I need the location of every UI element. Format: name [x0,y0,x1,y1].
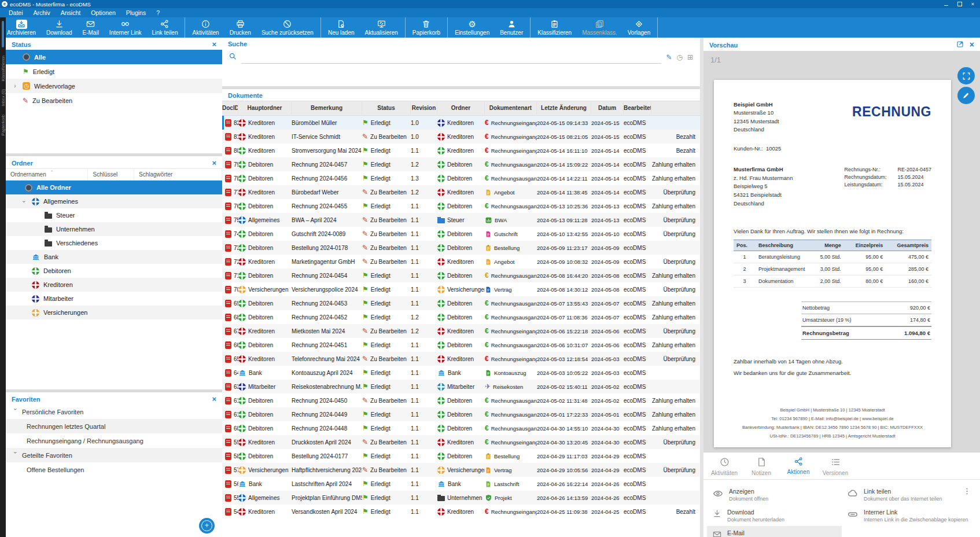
folder-item-kreditoren[interactable]: Kreditoren [6,278,222,292]
table-row[interactable]: 75 Allgemeines BWA – April 2024 ✎Zu Bear… [222,213,700,227]
close-icon[interactable]: × [212,395,216,403]
folder-item-alle-ordner[interactable]: Alle Ordner [6,181,222,194]
toolbar-suche-zur-cksetzen-button[interactable]: Suche zurücksetzen [256,19,319,36]
toolbar-vorlagen-button[interactable]: Vorlagen [622,19,655,36]
col-bemerkung[interactable]: Bemerkung [292,102,362,115]
close-button[interactable]: × [971,2,974,7]
close-icon[interactable]: × [970,41,974,49]
folder-column-headers[interactable]: ›OrdnernamenSchlüsselSchlagwörter [6,168,222,181]
toolbar-aktivit-ten-button[interactable]: Aktivitäten [187,19,224,36]
col-status[interactable]: Status [362,102,411,115]
preview-tab-notizen[interactable]: Notizen [744,457,779,476]
folder-item-steuer[interactable]: Steuer [6,208,222,222]
preview-page-area[interactable]: 1/1 Beispiel GmbHMusterstraße 1012345 Mu… [703,51,980,453]
table-row[interactable]: 60 Debitoren Rechnung 2024-0448 ⚑Erledig… [222,421,700,435]
dock-tab-inbox-0[interactable]: Inbox (0) [1,89,6,106]
folder-item-unternehmen[interactable]: Unternehmen [6,222,222,236]
toolbar-einstellungen-button[interactable]: ⚙ Einstellungen [450,19,495,36]
menu-item-datei[interactable]: Datei [3,8,28,17]
toolbar-massenklass-button[interactable]: Massenklass. [577,19,622,36]
folder-col-schl-ssel[interactable]: Schlüssel [88,169,134,180]
annotate-button[interactable] [957,87,975,104]
table-row[interactable]: 81 Kreditoren IT-Service Schmidt ✎Zu Bea… [222,130,700,144]
toolbar-papierkorb-button[interactable]: Papierkorb [407,19,445,36]
table-row[interactable]: 55 Allgemeines Projektplan Einführung DM… [222,491,700,505]
maximize-button[interactable] [957,2,962,6]
edit-search-icon[interactable]: ✎ [666,53,672,61]
folder-item-bank[interactable]: Bank [6,250,222,264]
table-row[interactable]: 64 Bank Kontoauszug April 2024 ⚑Erledigt… [222,366,700,380]
table-row[interactable]: 76 Debitoren Rechnung 2024-0455 ⚑Erledig… [222,199,700,213]
toolbar-klassifizieren-button[interactable]: Klassifizieren [532,19,577,36]
table-row[interactable]: 65 Kreditoren Telefonrechnung Mai 2024 ✎… [222,352,700,366]
add-favorite-button[interactable]: + [199,518,215,534]
table-row[interactable]: 56 Bank Lastschriften April 2024 ⚑Erledi… [222,477,700,491]
favorite-rechnungen-letztes-quartal[interactable]: Rechnungen letztes Quartal [6,419,222,433]
menu-item-ansicht[interactable]: Ansicht [56,8,86,17]
table-row[interactable]: 77 Kreditoren Bürobedarf Weber ✎Zu Bearb… [222,185,700,199]
dock-tab-klassifizieren[interactable]: Klassifizieren [1,56,6,81]
table-row[interactable]: 54 Kreditoren Versandkosten April 2024 ⚑… [222,505,700,518]
close-icon[interactable]: × [212,41,216,48]
table-row[interactable]: 66 Debitoren Rechnung 2024-0451 ⚑Erledig… [222,338,700,352]
toolbar-benutzer-button[interactable]: Benutzer [495,19,528,36]
dock-tab-papierkorb[interactable]: Papierkorb [1,115,6,135]
table-row[interactable]: 78 Debitoren Rechnung 2024-0456 ⚑Erledig… [222,171,700,185]
toolbar-neu-laden-button[interactable]: Neu laden [323,19,360,36]
close-icon[interactable]: × [212,159,216,167]
favorite-rechnungseingang-rechnungsausgang[interactable]: Rechnungseingang / Rechnungsausgang [6,433,222,448]
favorite-offene-bestellungen[interactable]: Offene Bestellungen [6,462,222,477]
col-hauptordner[interactable]: Hauptordner [238,102,292,115]
folder-item-allgemeines[interactable]: › Allgemeines [6,194,222,208]
table-row[interactable]: 63 Mitarbeiter Reisekostenabrechnung M. … [222,380,700,393]
col-letzte-nderung[interactable]: Letzte Änderung [537,102,591,115]
table-row[interactable]: 68 Debitoren Rechnung 2024-0452 ⚑Erledig… [222,310,700,324]
col-ordner[interactable]: Ordner [437,102,485,115]
favorite-pers-nliche-favoriten[interactable]: › Persönliche Favoriten [6,404,222,419]
action-e-mail[interactable]: E-MailDokument per E-Mail versenden [707,526,842,537]
toolbar-e-mail-button[interactable]: E-Mail [78,19,104,36]
menu-item-optionen[interactable]: Optionen [86,8,121,17]
status-filter-alle[interactable]: Alle [6,50,222,64]
table-row[interactable]: 69 Debitoren Rechnung 2024-0453 ⚑Erledig… [222,296,700,310]
table-row[interactable]: 72 Kreditoren Marketingagentur GmbH ✎Zu … [222,255,700,268]
table-header[interactable]: DocIDHauptordnerBemerkungStatusRevisionO… [222,101,700,116]
more-options-icon[interactable]: ⋮ [963,487,971,495]
toolbar-archivieren-button[interactable]: Archivieren [2,19,41,36]
search-input[interactable] [241,50,661,64]
status-filter-wiedervorlage[interactable]: ›◷ Wiedervorlage [6,79,222,93]
folder-col-schlagw-rter[interactable]: Schlagwörter [134,169,222,180]
open-in-window-icon[interactable] [956,41,964,49]
table-row[interactable]: 79 Debitoren Rechnung 2024-0457 ⚑Erledig… [222,157,700,171]
preview-tab-aktionen[interactable]: Aktionen [781,457,816,476]
minimize-button[interactable] [944,2,948,6]
action-anzeigen[interactable]: AnzeigenDokument öffnen [707,484,842,505]
folder-item-versicherungen[interactable]: Versicherungen [6,306,222,319]
toolbar-link-teilen-button[interactable]: Link teilen [146,19,183,36]
table-row[interactable]: 67 Kreditoren Mietkosten Mai 2024 ✎Zu Be… [222,324,700,338]
action-download[interactable]: DownloadDokument herunterladen [707,505,842,526]
table-row[interactable]: 73 Debitoren Bestellung 2024-0178 ✎Zu Be… [222,241,700,255]
folder-col-ordnernamen[interactable]: Ordnernamen [6,169,88,180]
col-dokumentenart[interactable]: Dokumentenart [485,102,537,115]
fullscreen-button[interactable] [957,67,975,84]
toolbar-interner-link-button[interactable]: Interner Link [104,19,147,36]
status-filter-erledigt[interactable]: ⚑ Erledigt [6,64,222,79]
folder-item-debitoren[interactable]: Debitoren [6,264,222,278]
menu-item-plugins[interactable]: Plugins [121,8,151,17]
toolbar-drucken-button[interactable]: Drucken [224,19,256,36]
table-row[interactable]: 82 Kreditoren Büromöbel Müller ⚑Erledigt… [222,116,700,130]
favorite-geteilte-favoriten[interactable]: › Geteilte Favoriten [6,448,222,462]
toolbar-aktualisieren-button[interactable]: Aktualisieren [360,19,403,36]
action-link-teilen[interactable]: Link teilenDokument über das Internet te… [842,484,977,505]
search-grid-icon[interactable]: ⊞ [687,53,693,61]
toolbar-download-button[interactable]: Download [41,19,77,36]
search-history-icon[interactable]: ◷ [676,53,682,61]
table-row[interactable]: 59 Kreditoren Druckkosten April 2024 ✎Zu… [222,435,700,449]
col-bearbeitet-von[interactable]: Bearbeitet von [624,102,651,115]
table-row[interactable]: 61 Debitoren Rechnung 2024-0450 ✎Zu Bear… [222,393,700,407]
col-docid[interactable]: DocID [222,102,238,115]
menu-item-help[interactable]: ? [151,8,165,17]
table-row[interactable]: 74 Debitoren Gutschrift 2024-0089 ✎Zu Be… [222,227,700,241]
preview-tab-versionen[interactable]: Versionen [818,457,853,476]
